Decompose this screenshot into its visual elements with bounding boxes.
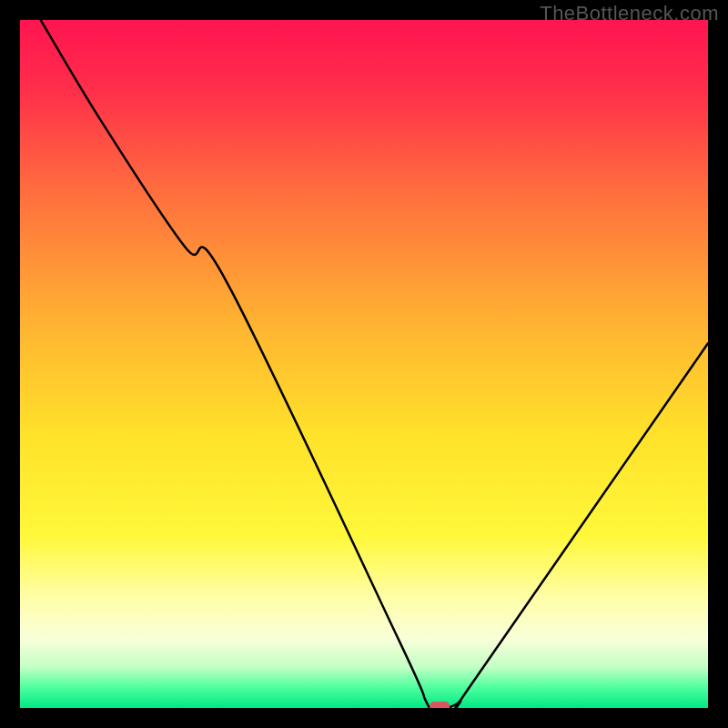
chart-frame: TheBottleneck.com [0,0,728,728]
optimal-marker [430,702,450,708]
chart-plot [20,20,708,708]
gradient-background [20,20,708,708]
watermark-text: TheBottleneck.com [540,2,719,25]
